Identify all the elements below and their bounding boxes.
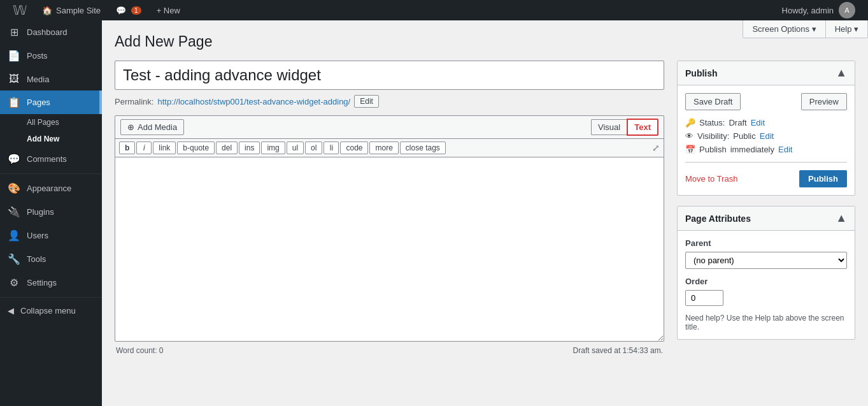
ul-button[interactable]: ul [287, 141, 304, 154]
publish-time-label: Publish [699, 145, 727, 154]
media-icon: 🖼 [8, 73, 20, 85]
editor-sidebar: Publish ▲ Save Draft Preview 🔑 Status: D… [677, 61, 855, 355]
order-input[interactable] [685, 290, 723, 306]
expand-editor-icon[interactable]: ⤢ [652, 143, 660, 153]
posts-icon: 📄 [8, 50, 20, 62]
publish-time-edit-link[interactable]: Edit [778, 145, 792, 154]
sidebar-item-label: Appearance [27, 184, 71, 193]
ins-button[interactable]: ins [239, 141, 260, 154]
sidebar-item-label: Dashboard [27, 27, 68, 37]
new-content-link[interactable]: + New [149, 0, 188, 20]
visibility-value: Public [733, 131, 755, 141]
sidebar-item-label: Settings [27, 278, 57, 287]
publish-metabox-title: Publish [685, 68, 718, 78]
move-to-trash-link[interactable]: Move to Trash [685, 174, 737, 184]
editor-main: Permalink: http://localhost/stwp001/test… [115, 61, 664, 355]
collapse-menu-button[interactable]: ◀ Collapse menu [0, 300, 102, 321]
site-home-icon: 🏠 [42, 6, 52, 15]
status-edit-link[interactable]: Edit [751, 118, 765, 127]
sidebar: ⊞ Dashboard 📄 Posts 🖼 Media 📋 Pages All … [0, 20, 102, 406]
publish-footer: Move to Trash Publish [685, 162, 847, 187]
sidebar-item-label: Tools [27, 254, 46, 264]
visibility-row: 👁 Visibility: Public Edit [685, 131, 847, 141]
close-tags-button[interactable]: close tags [400, 141, 446, 154]
page-attributes-title: Page Attributes [685, 214, 751, 224]
calendar-icon: 📅 [685, 145, 695, 154]
del-button[interactable]: del [216, 141, 238, 154]
visual-tab-button[interactable]: Visual [591, 119, 627, 135]
sidebar-item-label: Posts [27, 51, 48, 61]
wp-logo[interactable]: 𝕎 [5, 0, 34, 20]
italic-button[interactable]: i [136, 141, 152, 154]
sidebar-item-dashboard[interactable]: ⊞ Dashboard [0, 20, 102, 44]
preview-button[interactable]: Preview [801, 93, 847, 110]
sidebar-item-tools[interactable]: 🔧 Tools [0, 247, 102, 271]
comments-icon: 💬 [8, 153, 20, 165]
admin-bar: 𝕎 🏠 Sample Site 💬 1 + New Howdy, admin A [0, 0, 868, 20]
draft-saved-status: Draft saved at 1:54:33 am. [573, 346, 663, 355]
sidebar-item-comments[interactable]: 💬 Comments [0, 147, 102, 171]
sidebar-item-label: Media [27, 75, 49, 84]
status-label: Status: [699, 118, 725, 127]
visibility-icon: 👁 [685, 131, 694, 141]
page-attributes-metabox: Page Attributes ▲ Parent (no parent) Ord… [677, 206, 855, 340]
howdy-text: Howdy, admin [782, 6, 834, 15]
screen-options-button[interactable]: Screen Options ▾ [743, 20, 825, 38]
publish-button[interactable]: Publish [799, 170, 847, 187]
editor-textarea[interactable] [115, 157, 664, 342]
code-button[interactable]: code [340, 141, 368, 154]
bold-button[interactable]: b [119, 141, 135, 154]
editor-tabs: Visual Text [591, 119, 658, 136]
page-attributes-toggle-icon[interactable]: ▲ [836, 212, 847, 225]
sidebar-item-plugins[interactable]: 🔌 Plugins [0, 200, 102, 224]
publish-toggle-icon[interactable]: ▲ [836, 66, 847, 80]
bquote-button[interactable]: b-quote [177, 141, 215, 154]
ol-button[interactable]: ol [305, 141, 322, 154]
sidebar-item-appearance[interactable]: 🎨 Appearance [0, 177, 102, 200]
add-media-button[interactable]: ⊕ Add Media [120, 119, 184, 135]
site-name-link[interactable]: 🏠 Sample Site [34, 0, 108, 20]
permalink-url[interactable]: http://localhost/stwp001/test-advance-wi… [157, 97, 350, 106]
sidebar-item-label: Pages [27, 98, 50, 107]
publish-metabox-body: Save Draft Preview 🔑 Status: Draft Edit … [678, 85, 855, 195]
text-tab-button[interactable]: Text [627, 119, 658, 136]
all-pages-label: All Pages [27, 118, 59, 127]
sidebar-item-users[interactable]: 👤 Users [0, 224, 102, 247]
li-button[interactable]: li [324, 141, 339, 154]
sidebar-item-label: Plugins [27, 207, 54, 217]
comment-count: 1 [131, 6, 141, 15]
main-content: Add New Page Permalink: http://localhost… [102, 20, 868, 406]
sidebar-item-posts[interactable]: 📄 Posts [0, 44, 102, 68]
publish-actions: Save Draft Preview [685, 93, 847, 110]
more-button[interactable]: more [369, 141, 398, 154]
screen-options-bar: Screen Options ▾ Help ▾ [743, 20, 868, 38]
user-avatar: A [839, 2, 855, 18]
tools-icon: 🔧 [8, 253, 20, 265]
visibility-edit-link[interactable]: Edit [760, 131, 774, 141]
sidebar-item-settings[interactable]: ⚙ Settings [0, 271, 102, 294]
parent-select[interactable]: (no parent) [685, 252, 847, 269]
img-button[interactable]: img [261, 141, 285, 154]
permalink-edit-button[interactable]: Edit [354, 95, 379, 108]
collapse-label: Collapse menu [20, 306, 76, 315]
page-title-input[interactable] [115, 61, 664, 90]
editor-wrap: Permalink: http://localhost/stwp001/test… [115, 61, 855, 355]
page-attributes-body: Parent (no parent) Order Need help? Use … [678, 231, 855, 339]
sidebar-item-pages[interactable]: 📋 Pages [0, 91, 102, 114]
status-row: 🔑 Status: Draft Edit [685, 118, 847, 127]
sidebar-subitem-all-pages[interactable]: All Pages [0, 114, 102, 131]
parent-section: Parent (no parent) [685, 238, 847, 269]
permalink-label: Permalink: [115, 97, 153, 106]
order-section: Order [685, 277, 847, 306]
help-button[interactable]: Help ▾ [825, 20, 868, 38]
save-draft-button[interactable]: Save Draft [685, 93, 741, 110]
link-button[interactable]: link [153, 141, 176, 154]
user-menu[interactable]: Howdy, admin A [774, 2, 863, 18]
add-media-icon: ⊕ [127, 122, 134, 132]
editor-toolbar: ⊕ Add Media Visual Text [115, 115, 664, 138]
sidebar-subitem-add-new[interactable]: Add New [0, 131, 102, 147]
sidebar-item-label: Comments [27, 154, 67, 164]
comments-link[interactable]: 💬 1 [108, 0, 149, 20]
sidebar-item-media[interactable]: 🖼 Media [0, 68, 102, 91]
visibility-label: Visibility: [697, 131, 729, 141]
